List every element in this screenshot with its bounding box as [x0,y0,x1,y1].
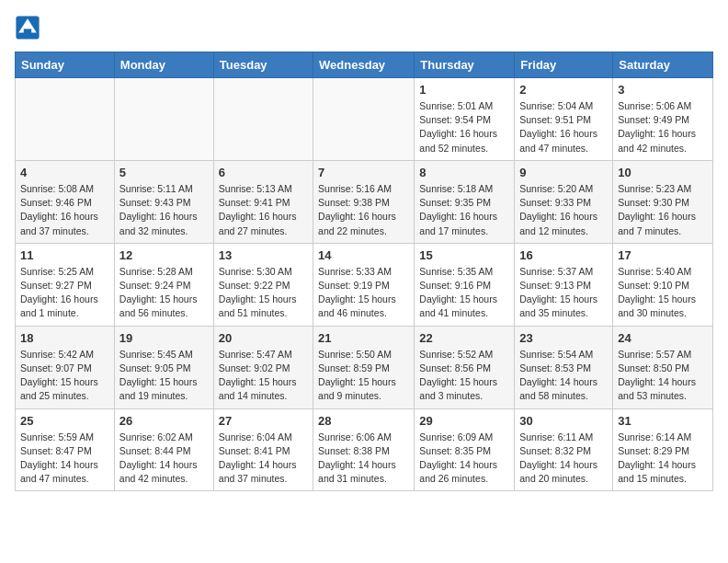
calendar-cell: 26Sunrise: 6:02 AM Sunset: 8:44 PM Dayli… [114,408,213,491]
day-number: 16 [519,248,608,262]
page-header [15,15,713,40]
day-info: Sunrise: 5:06 AM Sunset: 9:49 PM Dayligh… [618,99,708,155]
day-number: 21 [318,331,409,345]
day-number: 10 [618,166,708,179]
calendar-cell: 18Sunrise: 5:42 AM Sunset: 9:07 PM Dayli… [16,326,115,408]
logo [15,15,44,40]
day-number: 27 [219,414,308,428]
calendar-cell: 24Sunrise: 5:57 AM Sunset: 8:50 PM Dayli… [613,326,713,408]
day-number: 22 [419,331,509,345]
calendar-cell [16,78,115,161]
day-info: Sunrise: 5:54 AM Sunset: 8:53 PM Dayligh… [519,348,608,404]
calendar-cell: 3Sunrise: 5:06 AM Sunset: 9:49 PM Daylig… [613,78,713,161]
day-info: Sunrise: 5:35 AM Sunset: 9:16 PM Dayligh… [419,265,509,321]
day-info: Sunrise: 5:45 AM Sunset: 9:05 PM Dayligh… [119,348,209,404]
header-row: SundayMondayTuesdayWednesdayThursdayFrid… [16,52,713,78]
day-number: 3 [618,83,708,97]
day-number: 28 [318,414,409,428]
day-info: Sunrise: 5:25 AM Sunset: 9:27 PM Dayligh… [20,265,109,321]
day-number: 26 [119,414,209,428]
week-row-4: 18Sunrise: 5:42 AM Sunset: 9:07 PM Dayli… [16,326,713,408]
calendar-cell: 20Sunrise: 5:47 AM Sunset: 9:02 PM Dayli… [213,326,313,408]
col-header-sunday: Sunday [16,52,115,78]
calendar-cell: 11Sunrise: 5:25 AM Sunset: 9:27 PM Dayli… [16,243,115,326]
calendar-cell: 19Sunrise: 5:45 AM Sunset: 9:05 PM Dayli… [114,326,213,408]
day-number: 24 [618,331,708,345]
calendar-cell [213,78,313,161]
day-info: Sunrise: 5:47 AM Sunset: 9:02 PM Dayligh… [219,348,308,404]
col-header-wednesday: Wednesday [313,52,415,78]
calendar-cell: 28Sunrise: 6:06 AM Sunset: 8:38 PM Dayli… [313,408,415,491]
day-info: Sunrise: 6:02 AM Sunset: 8:44 PM Dayligh… [119,431,209,487]
calendar-cell: 29Sunrise: 6:09 AM Sunset: 8:35 PM Dayli… [415,408,515,491]
calendar-cell: 30Sunrise: 6:11 AM Sunset: 8:32 PM Dayli… [515,408,613,491]
day-info: Sunrise: 5:33 AM Sunset: 9:19 PM Dayligh… [318,265,409,321]
col-header-monday: Monday [114,52,213,78]
col-header-saturday: Saturday [613,52,713,78]
day-info: Sunrise: 5:04 AM Sunset: 9:51 PM Dayligh… [519,99,608,155]
day-number: 8 [419,166,509,179]
day-info: Sunrise: 5:37 AM Sunset: 9:13 PM Dayligh… [519,265,608,321]
day-info: Sunrise: 5:08 AM Sunset: 9:46 PM Dayligh… [20,182,109,238]
day-info: Sunrise: 5:13 AM Sunset: 9:41 PM Dayligh… [219,182,308,238]
calendar-cell: 6Sunrise: 5:13 AM Sunset: 9:41 PM Daylig… [213,160,313,243]
day-number: 1 [419,83,509,97]
calendar-cell: 14Sunrise: 5:33 AM Sunset: 9:19 PM Dayli… [313,243,415,326]
day-number: 13 [219,248,308,262]
day-number: 29 [419,414,509,428]
day-info: Sunrise: 6:11 AM Sunset: 8:32 PM Dayligh… [519,431,608,487]
day-info: Sunrise: 6:06 AM Sunset: 8:38 PM Dayligh… [318,431,409,487]
day-info: Sunrise: 6:14 AM Sunset: 8:29 PM Dayligh… [618,431,708,487]
day-info: Sunrise: 5:23 AM Sunset: 9:30 PM Dayligh… [618,182,708,238]
calendar-cell: 7Sunrise: 5:16 AM Sunset: 9:38 PM Daylig… [313,160,415,243]
day-info: Sunrise: 5:59 AM Sunset: 8:47 PM Dayligh… [20,431,109,487]
calendar-cell: 22Sunrise: 5:52 AM Sunset: 8:56 PM Dayli… [415,326,515,408]
week-row-1: 1Sunrise: 5:01 AM Sunset: 9:54 PM Daylig… [16,78,713,161]
week-row-5: 25Sunrise: 5:59 AM Sunset: 8:47 PM Dayli… [16,408,713,491]
day-number: 12 [119,248,209,262]
day-number: 15 [419,248,509,262]
calendar-cell: 21Sunrise: 5:50 AM Sunset: 8:59 PM Dayli… [313,326,415,408]
calendar-cell: 16Sunrise: 5:37 AM Sunset: 9:13 PM Dayli… [515,243,613,326]
calendar-cell: 2Sunrise: 5:04 AM Sunset: 9:51 PM Daylig… [515,78,613,161]
calendar-cell: 31Sunrise: 6:14 AM Sunset: 8:29 PM Dayli… [613,408,713,491]
day-number: 6 [219,166,308,179]
day-number: 17 [618,248,708,262]
day-number: 23 [519,331,608,345]
calendar-cell: 5Sunrise: 5:11 AM Sunset: 9:43 PM Daylig… [114,160,213,243]
day-info: Sunrise: 5:20 AM Sunset: 9:33 PM Dayligh… [519,182,608,238]
day-number: 30 [519,414,608,428]
day-number: 25 [20,414,109,428]
calendar-cell [313,78,415,161]
col-header-friday: Friday [515,52,613,78]
calendar-cell [114,78,213,161]
calendar-cell: 25Sunrise: 5:59 AM Sunset: 8:47 PM Dayli… [16,408,115,491]
col-header-thursday: Thursday [415,52,515,78]
day-info: Sunrise: 5:18 AM Sunset: 9:35 PM Dayligh… [419,182,509,238]
calendar-cell: 23Sunrise: 5:54 AM Sunset: 8:53 PM Dayli… [515,326,613,408]
svg-rect-2 [24,29,31,35]
day-number: 31 [618,414,708,428]
week-row-3: 11Sunrise: 5:25 AM Sunset: 9:27 PM Dayli… [16,243,713,326]
calendar-cell: 12Sunrise: 5:28 AM Sunset: 9:24 PM Dayli… [114,243,213,326]
day-info: Sunrise: 5:11 AM Sunset: 9:43 PM Dayligh… [119,182,209,238]
day-number: 11 [20,248,109,262]
calendar-cell: 13Sunrise: 5:30 AM Sunset: 9:22 PM Dayli… [213,243,313,326]
day-info: Sunrise: 5:42 AM Sunset: 9:07 PM Dayligh… [20,348,109,404]
day-info: Sunrise: 6:04 AM Sunset: 8:41 PM Dayligh… [219,431,308,487]
calendar-cell: 4Sunrise: 5:08 AM Sunset: 9:46 PM Daylig… [16,160,115,243]
day-info: Sunrise: 6:09 AM Sunset: 8:35 PM Dayligh… [419,431,509,487]
logo-icon [15,15,40,40]
calendar-cell: 15Sunrise: 5:35 AM Sunset: 9:16 PM Dayli… [415,243,515,326]
week-row-2: 4Sunrise: 5:08 AM Sunset: 9:46 PM Daylig… [16,160,713,243]
calendar-cell: 27Sunrise: 6:04 AM Sunset: 8:41 PM Dayli… [213,408,313,491]
day-number: 18 [20,331,109,345]
day-info: Sunrise: 5:50 AM Sunset: 8:59 PM Dayligh… [318,348,409,404]
calendar-cell: 10Sunrise: 5:23 AM Sunset: 9:30 PM Dayli… [613,160,713,243]
day-info: Sunrise: 5:30 AM Sunset: 9:22 PM Dayligh… [219,265,308,321]
day-number: 7 [318,166,409,179]
calendar-cell: 8Sunrise: 5:18 AM Sunset: 9:35 PM Daylig… [415,160,515,243]
day-info: Sunrise: 5:57 AM Sunset: 8:50 PM Dayligh… [618,348,708,404]
calendar-cell: 17Sunrise: 5:40 AM Sunset: 9:10 PM Dayli… [613,243,713,326]
day-number: 20 [219,331,308,345]
